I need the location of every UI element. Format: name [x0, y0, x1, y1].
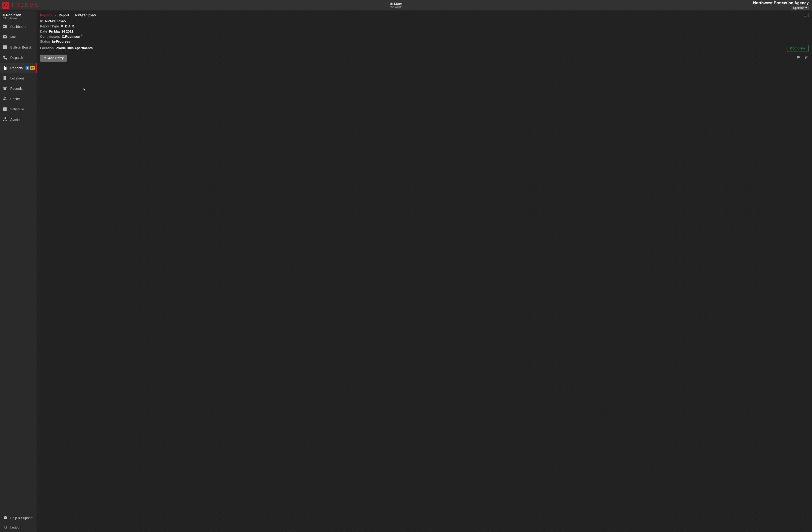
breadcrumb-mid[interactable]: Report	[59, 13, 69, 17]
online-indicator-icon	[81, 34, 83, 35]
sidebar-user-block[interactable]: C.Robinson CR-1 Admin	[0, 11, 37, 21]
building-icon	[61, 24, 64, 29]
sidebar-user-name: C.Robinson	[3, 13, 34, 17]
sidebar-item-label: Admin	[10, 118, 20, 121]
chevron-right-icon	[54, 13, 57, 17]
breadcrumb-leaf: NPA210514-5	[75, 13, 96, 17]
building-icon	[2, 76, 8, 81]
sidebar-item-label: Dispatch	[10, 56, 23, 59]
list-icon	[43, 57, 47, 60]
label-date: Date	[40, 30, 47, 33]
report-detail-block: ID NPA210514-5 Report Type D.A.R. Date F…	[37, 18, 812, 53]
label-type: Report Type	[40, 24, 59, 28]
calendar-icon	[2, 106, 8, 112]
sidebar-badge: 12	[30, 66, 35, 70]
caret-down-icon	[805, 7, 807, 9]
header-clock: 8:13am 05/14/2021	[390, 2, 403, 9]
sidebar-footer-logout[interactable]: Logout	[0, 523, 37, 532]
sidebar-item-schedule[interactable]: Schedule	[0, 104, 37, 114]
agency-location-label: Spokane	[793, 6, 804, 10]
sidebar-item-mail[interactable]: Mail	[0, 32, 37, 42]
sidebar-item-label: Schedule	[10, 107, 24, 111]
sidebar-item-label: Locations	[10, 76, 24, 80]
sidebar-item-dashboard[interactable]: Dashboard	[0, 21, 37, 32]
mail-icon	[2, 34, 8, 40]
value-type: D.A.R.	[65, 24, 75, 28]
help-icon: ?	[3, 516, 8, 520]
sidebar-item-dispatch[interactable]: Dispatch	[0, 53, 37, 63]
breadcrumb-root[interactable]: Reports	[40, 13, 53, 17]
app-header: THERMS 8:13am 05/14/2021 Northwest Prote…	[0, 0, 812, 11]
sidebar-item-bulletin-board[interactable]: Bulletin Board	[0, 42, 37, 53]
action-row: Add Entry	[37, 53, 812, 64]
sidebar-item-records[interactable]: Records	[0, 83, 37, 94]
brand-logo[interactable]: THERMS	[0, 2, 39, 9]
value-id: NPA210514-5	[45, 19, 66, 23]
agency-name: Northwest Protection Agency	[753, 1, 809, 5]
sidebar-item-roster[interactable]: Roster	[0, 94, 37, 104]
brand-shield-icon	[2, 2, 9, 9]
comments-icon[interactable]	[796, 56, 800, 60]
label-location: Location	[40, 46, 54, 50]
svg-text:?: ?	[5, 517, 6, 519]
main-content: Reports Report NPA210514-5 ... ID NPA210…	[37, 11, 812, 532]
breadcrumb: Reports Report NPA210514-5 ...	[37, 11, 812, 18]
sidebar-nav: DashboardMailBulletin BoardDispatchRepor…	[0, 21, 37, 125]
sidebar-footer: ?Help & SupportLogout	[0, 513, 37, 532]
chevron-right-icon	[71, 13, 73, 17]
phone-icon	[2, 55, 8, 60]
value-contributors: C.Robinson	[62, 35, 81, 39]
overflow-menu-button[interactable]: ...	[803, 13, 809, 17]
brand-text: THERMS	[11, 3, 39, 8]
sidebar-item-label: Records	[10, 87, 23, 90]
add-entry-button[interactable]: Add Entry	[40, 55, 67, 62]
complete-button[interactable]: Complete	[787, 45, 809, 52]
sidebar-item-label: Bulletin Board	[10, 45, 31, 49]
archive-icon	[2, 86, 8, 91]
sidebar-item-locations[interactable]: Locations	[0, 73, 37, 83]
sidebar-item-reports[interactable]: Reports112	[0, 63, 37, 73]
sidebar: C.Robinson CR-1 Admin DashboardMailBulle…	[0, 11, 37, 532]
value-date: Fri May 14 2021	[49, 30, 73, 33]
sort-icon[interactable]	[804, 56, 809, 60]
value-location: Prairie Hills Apartments	[56, 46, 92, 50]
file-icon	[2, 66, 8, 71]
sidebar-footer-label: Logout	[10, 526, 20, 529]
agency-block: Northwest Protection Agency Spokane	[753, 1, 812, 10]
label-id: ID	[40, 19, 43, 23]
header-date: 05/14/2021	[390, 6, 403, 9]
dashboard-icon	[2, 24, 8, 30]
sidebar-badge: 1	[26, 66, 29, 70]
sidebar-user-role: CR-1 Admin	[3, 17, 34, 20]
sidebar-item-label: Dashboard	[10, 25, 27, 29]
label-contributors: Contributors	[40, 35, 60, 39]
add-entry-label: Add Entry	[48, 56, 64, 60]
cursor-icon	[83, 87, 86, 92]
header-time: 8:13am	[390, 2, 403, 6]
sidebar-item-label: Reports	[10, 66, 23, 70]
users-icon	[2, 96, 8, 102]
bulletin-board-icon	[2, 45, 8, 50]
sidebar-item-label: Roster	[10, 97, 20, 101]
sidebar-item-admin[interactable]: Admin	[0, 114, 37, 125]
cogs-icon	[2, 117, 8, 123]
sidebar-item-label: Mail	[10, 35, 16, 39]
sidebar-footer-label: Help & Support	[10, 516, 32, 520]
value-status: In-Progress	[52, 40, 70, 43]
agency-location-dropdown[interactable]: Spokane	[792, 6, 809, 10]
label-status: Status	[40, 40, 50, 43]
sidebar-footer-help[interactable]: ?Help & Support	[0, 513, 37, 523]
logout-icon	[3, 525, 8, 530]
